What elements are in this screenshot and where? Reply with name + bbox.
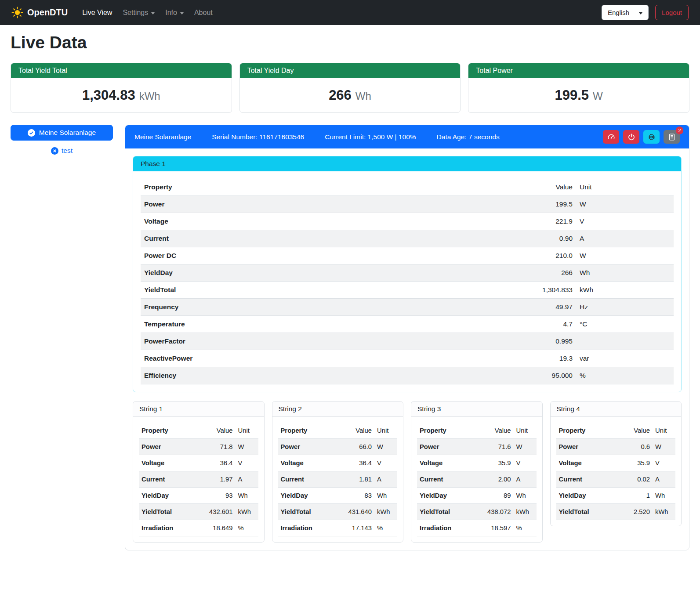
value-cell: 1.97	[202, 471, 236, 488]
property-cell: Current	[556, 471, 620, 488]
table-row: YieldDay93Wh	[139, 488, 258, 504]
property-cell: Power	[556, 439, 620, 455]
property-cell: YieldTotal	[278, 504, 341, 520]
unit-cell: var	[576, 350, 674, 367]
column-header-property: Property	[139, 423, 202, 439]
page: OpenDTU Live View Settings Info About En…	[0, 0, 700, 562]
value-cell: 18.649	[202, 520, 236, 536]
summary-value: 266	[329, 87, 352, 103]
unit-cell: A	[576, 230, 674, 247]
sidebar-inverter-test[interactable]: test	[48, 146, 75, 155]
string-card-title: String 2	[272, 402, 403, 417]
nav-item-info[interactable]: Info	[162, 5, 187, 20]
value-cell: 1	[619, 488, 653, 504]
nav-item-settings[interactable]: Settings	[120, 5, 158, 20]
unit-cell: W	[576, 196, 674, 213]
cpu-icon	[648, 133, 656, 141]
table-row: Current0.02A	[556, 471, 676, 488]
column-header-unit: Unit	[576, 179, 674, 196]
column-header-property: Property	[141, 179, 510, 196]
summary-value: 1,304.83	[82, 87, 135, 103]
phase-table: Property Value Unit Power199.5WVoltage22…	[141, 179, 674, 384]
nav-item-info-label: Info	[165, 9, 177, 17]
column-header-value: Value	[202, 423, 236, 439]
value-cell: 4.7	[510, 316, 576, 333]
unit-cell: W	[514, 439, 537, 455]
unit-cell: %	[514, 520, 537, 536]
property-cell: Voltage	[278, 455, 341, 471]
string-card-3: String 3 Property Value Unit	[411, 401, 543, 543]
nav-item-about[interactable]: About	[191, 5, 216, 20]
column-header-unit: Unit	[653, 423, 675, 439]
gauge-icon	[607, 133, 615, 141]
property-cell: Current	[278, 471, 341, 488]
unit-cell: A	[514, 471, 537, 488]
x-circle-icon	[51, 147, 58, 155]
summary-row: Total Yield Total 1,304.83kWh Total Yiel…	[11, 63, 689, 113]
language-label: English	[608, 9, 629, 16]
chevron-down-icon	[180, 12, 184, 14]
value-cell: 0.90	[510, 230, 576, 247]
value-cell: 18.597	[480, 520, 514, 536]
event-log-button[interactable]: 2	[664, 130, 680, 144]
value-cell: 35.9	[619, 455, 653, 471]
property-cell: YieldDay	[139, 488, 202, 504]
main-row: Meine Solaranlage test Meine Solaranlage	[11, 125, 689, 550]
inverter-name: Meine Solaranlage	[134, 133, 191, 141]
property-cell: Temperature	[141, 316, 510, 333]
unit-cell: %	[236, 520, 258, 536]
property-cell: YieldDay	[278, 488, 341, 504]
sidebar-inverter-selected[interactable]: Meine Solaranlage	[11, 125, 113, 141]
inverter-panel-body: Phase 1 Property Value Unit	[125, 148, 689, 550]
table-row: Irradiation17.143%	[278, 520, 398, 536]
limit-settings-button[interactable]	[603, 130, 619, 144]
value-cell: 19.3	[510, 350, 576, 367]
table-row: Efficiency95.000%	[141, 367, 674, 384]
table-row: YieldDay83Wh	[278, 488, 398, 504]
value-cell: 266	[510, 264, 576, 282]
property-cell: Power	[141, 196, 510, 213]
value-cell: 2.520	[619, 504, 653, 520]
nav-item-live-view-label: Live View	[82, 9, 112, 17]
table-row: YieldDay1Wh	[556, 488, 676, 504]
table-row: PowerFactor0.995	[141, 333, 674, 350]
unit-cell: kWh	[653, 504, 675, 520]
value-cell: 71.8	[202, 439, 236, 455]
summary-card-title: Total Power	[468, 63, 689, 78]
inverter-data-age: Data Age: 7 seconds	[437, 133, 500, 141]
string-card-body: Property Value Unit Power66.0WVoltage36.…	[272, 417, 403, 542]
table-row: Power71.8W	[139, 439, 258, 455]
navbar-right: English Logout	[602, 5, 689, 20]
unit-cell: W	[576, 247, 674, 264]
table-header-row: Property Value Unit	[556, 423, 676, 439]
table-row: YieldTotal1,304.833kWh	[141, 282, 674, 299]
summary-unit: Wh	[355, 90, 371, 102]
page-title: Live Data	[11, 33, 689, 52]
property-cell: Voltage	[141, 213, 510, 230]
table-row: YieldTotal431.640kWh	[278, 504, 398, 520]
brand-label: OpenDTU	[27, 7, 68, 18]
navbar: OpenDTU Live View Settings Info About En…	[0, 0, 700, 25]
table-header-row: Property Value Unit	[278, 423, 398, 439]
value-cell: 0.6	[619, 439, 653, 455]
table-row: Current1.97A	[139, 471, 258, 488]
table-row: Voltage35.9V	[556, 455, 676, 471]
table-row: Temperature4.7°C	[141, 316, 674, 333]
inverter-sidebar: Meine Solaranlage test	[11, 125, 113, 155]
power-button[interactable]	[623, 130, 639, 144]
nav-item-live-view[interactable]: Live View	[79, 5, 115, 20]
device-info-button[interactable]	[643, 130, 660, 144]
property-cell: Current	[141, 230, 510, 247]
language-select[interactable]: English	[602, 5, 649, 20]
sidebar-inverter-selected-label: Meine Solaranlage	[39, 129, 96, 137]
table-row: Irradiation18.597%	[417, 520, 537, 536]
unit-cell: kWh	[374, 504, 397, 520]
property-cell: YieldTotal	[556, 504, 620, 520]
value-cell: 89	[480, 488, 514, 504]
property-cell: Irradiation	[278, 520, 341, 536]
summary-value: 199.5	[555, 87, 589, 103]
brand[interactable]: OpenDTU	[11, 7, 68, 18]
string-table: Property Value Unit Power0.6WVoltage35.9…	[556, 423, 676, 520]
value-cell: 83	[341, 488, 374, 504]
logout-button[interactable]: Logout	[655, 5, 689, 20]
